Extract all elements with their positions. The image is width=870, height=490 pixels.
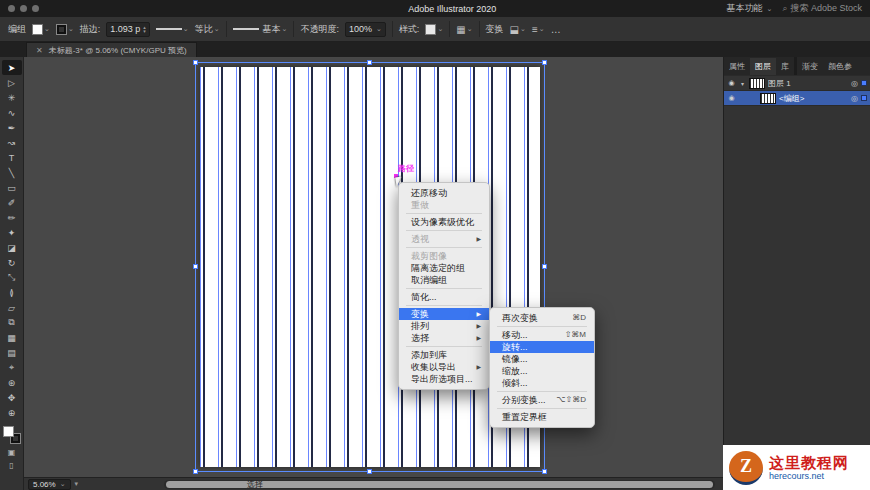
transform-submenu-item-scale[interactable]: 缩放... (490, 365, 594, 377)
screen-mode-icon[interactable]: ▯ (9, 461, 13, 470)
layer-row[interactable]: ◉▾图层 1◎ (724, 76, 870, 91)
context-menu-item-transform[interactable]: 变换▶ (399, 308, 489, 320)
gradient-tool[interactable]: ▤ (2, 345, 22, 360)
canvas-area[interactable]: 路径 5.06% ⌄ ▾ 选择 (24, 57, 723, 490)
transform-submenu-item-rotate[interactable]: 旋转... (490, 341, 594, 353)
lasso-tool[interactable]: ∿ (2, 105, 22, 120)
fill-stroke-swatches[interactable] (3, 426, 21, 444)
context-menu-item-arrange[interactable]: 排列▶ (399, 320, 489, 332)
artboard-nav-dropdown[interactable]: ▾ (75, 480, 79, 488)
stock-search-field[interactable]: ⌕ 搜索 Adobe Stock (782, 2, 862, 15)
status-bar: 5.06% ⌄ ▾ 选择 (24, 477, 723, 490)
layer-row[interactable]: ◉<编组>◎ (724, 91, 870, 106)
stroke-weight-field[interactable]: 1.093 p ▴▾ (106, 22, 150, 37)
selection-handle[interactable] (542, 264, 547, 269)
transform-submenu-item-reset-bounding-box[interactable]: 重置定界框 (490, 411, 594, 423)
chevron-down-icon: ⌄ (68, 25, 74, 33)
zoom-tool[interactable]: ⊕ (2, 405, 22, 420)
fill-color-swatch[interactable] (3, 426, 14, 437)
recolor-artwork-button[interactable]: ▦ ⌄ (456, 24, 472, 35)
paintbrush-tool[interactable]: ✐ (2, 195, 22, 210)
close-icon[interactable]: ✕ (36, 46, 43, 55)
panel-tab-颜色参[interactable]: 颜色参 (823, 58, 857, 75)
stepper-icon[interactable]: ▴▾ (143, 25, 146, 33)
context-menu-item-select[interactable]: 选择▶ (399, 332, 489, 344)
selection-handle[interactable] (367, 469, 372, 474)
context-menu-item-make-pixel-perfect[interactable]: 设为像素级优化 (399, 216, 489, 228)
opacity-label: 不透明度: (300, 23, 339, 36)
selection-handle[interactable] (542, 469, 547, 474)
transform-submenu-item-shear[interactable]: 倾斜... (490, 377, 594, 389)
brush-dropdown[interactable]: 基本 ⌄ (233, 23, 288, 36)
type-tool[interactable]: T (2, 150, 22, 165)
curvature-tool[interactable]: ↝ (2, 135, 22, 150)
selection-handle[interactable] (193, 60, 198, 65)
target-circle-icon[interactable]: ◎ (851, 79, 858, 88)
opacity-field[interactable]: 100% ⌄ (345, 22, 386, 37)
panel-tab-图层[interactable]: 图层 (750, 58, 776, 75)
visibility-eye-icon[interactable]: ◉ (727, 79, 736, 87)
transform-submenu-item-transform-again[interactable]: 再次变换⌘D (490, 312, 594, 324)
context-menu-item-undo-move[interactable]: 还原移动 (399, 187, 489, 199)
visibility-eye-icon[interactable]: ◉ (727, 94, 736, 102)
layer-name[interactable]: <编组> (779, 93, 848, 104)
search-icon: ⌕ (782, 3, 787, 14)
pen-tool[interactable]: ✒ (2, 120, 22, 135)
document-tab[interactable]: ✕ 未标题-3* @ 5.06% (CMYK/GPU 预览) (26, 42, 197, 57)
graphic-style-dropdown[interactable]: ⌄ (425, 24, 443, 35)
fill-color-control[interactable]: ⌄ (32, 24, 50, 35)
selection-handle[interactable] (193, 264, 198, 269)
line-segment-tool[interactable]: ╲ (2, 165, 22, 180)
pencil-tool[interactable]: ✏ (2, 210, 22, 225)
expand-chevron-icon[interactable]: ▾ (739, 80, 746, 87)
window-close-button[interactable] (8, 5, 15, 12)
transform-submenu-item-reflect[interactable]: 镜像... (490, 353, 594, 365)
shape-options-button[interactable]: ⬓ ⌄ (510, 24, 526, 35)
free-transform-tool[interactable]: ▱ (2, 300, 22, 315)
align-options-button[interactable]: ≡ ⌄ (532, 24, 545, 35)
eyedropper-tool[interactable]: ⌖ (2, 360, 22, 375)
context-menu-item-add-to-library[interactable]: 添加到库 (399, 349, 489, 361)
panel-tab-渐变[interactable]: 渐变 (797, 58, 823, 75)
zoom-level-dropdown[interactable]: 5.06% ⌄ (28, 479, 71, 490)
width-tool[interactable]: ≬ (2, 285, 22, 300)
shaper-tool[interactable]: ✦ (2, 225, 22, 240)
context-menu-item-ungroup[interactable]: 取消编组 (399, 274, 489, 286)
rectangle-tool[interactable]: ▭ (2, 180, 22, 195)
transform-panel-button[interactable]: 变换 (486, 23, 504, 36)
scale-tool[interactable]: ⤡ (2, 270, 22, 285)
context-menu-item-isolate-selected-group[interactable]: 隔离选定的组 (399, 262, 489, 274)
window-minimize-button[interactable] (20, 5, 27, 12)
context-menu-item-collect-for-export[interactable]: 收集以导出▶ (399, 361, 489, 373)
draw-mode-icon[interactable]: ▣ (8, 448, 16, 457)
direct-selection-tool[interactable]: ▷ (2, 75, 22, 90)
panel-tab-属性[interactable]: 属性 (724, 58, 750, 75)
magic-wand-tool[interactable]: ✳ (2, 90, 22, 105)
transform-submenu-item-move[interactable]: 移动...⇧⌘M (490, 329, 594, 341)
panel-tab-库[interactable]: 库 (776, 58, 794, 75)
window-zoom-button[interactable] (32, 5, 39, 12)
menu-item-label: 再次变换 (502, 312, 538, 324)
hand-tool[interactable]: ✥ (2, 390, 22, 405)
chevron-down-icon: ⌄ (437, 25, 443, 33)
mesh-tool[interactable]: ▦ (2, 330, 22, 345)
selection-handle[interactable] (193, 469, 198, 474)
stroke-style-dropdown[interactable]: ⌄ (156, 25, 189, 33)
layers-panel: ◉▾图层 1◎◉<编组>◎ (724, 75, 870, 106)
selection-tool[interactable]: ➤ (2, 60, 22, 75)
width-profile-dropdown[interactable]: 等比 ⌄ (195, 23, 220, 36)
selection-handle[interactable] (367, 60, 372, 65)
layer-name[interactable]: 图层 1 (768, 78, 848, 89)
blend-tool[interactable]: ⊛ (2, 375, 22, 390)
transform-submenu-item-transform-each[interactable]: 分别变换...⌥⇧⌘D (490, 394, 594, 406)
workspace-switcher[interactable]: 基本功能 ⌄ (727, 2, 773, 15)
stroke-color-control[interactable]: ⌄ (56, 24, 74, 35)
shape-builder-tool[interactable]: ⧉ (2, 315, 22, 330)
selection-handle[interactable] (542, 60, 547, 65)
more-options-icon[interactable]: … (551, 24, 561, 35)
target-circle-icon[interactable]: ◎ (851, 94, 858, 103)
rotate-tool[interactable]: ↻ (2, 255, 22, 270)
context-menu-item-simplify[interactable]: 简化... (399, 291, 489, 303)
context-menu-item-export-selection[interactable]: 导出所选项目... (399, 373, 489, 385)
eraser-tool[interactable]: ◪ (2, 240, 22, 255)
